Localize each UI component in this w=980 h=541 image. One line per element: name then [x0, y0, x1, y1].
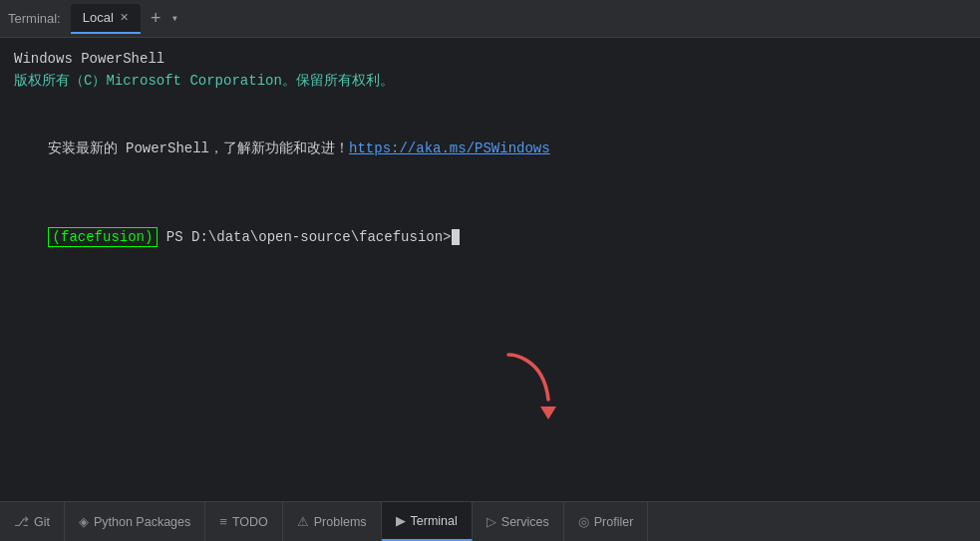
terminal-tab-label: Terminal: [411, 514, 458, 528]
bottom-tab-profiler[interactable]: ◎ Profiler: [564, 502, 649, 541]
python-packages-tab-label: Python Packages: [94, 515, 190, 529]
bottom-toolbar: ⎇ Git ◈ Python Packages ≡ TODO ⚠ Problem…: [0, 501, 980, 541]
todo-icon: ≡: [219, 514, 227, 529]
problems-tab-label: Problems: [314, 515, 367, 529]
terminal-line-5: [14, 181, 966, 203]
problems-icon: ⚠: [297, 514, 309, 529]
terminal-tab-bar: Terminal: Local ✕ + ▾: [0, 0, 980, 38]
bottom-tab-services[interactable]: ▷ Services: [473, 502, 564, 541]
bottom-tab-problems[interactable]: ⚠ Problems: [283, 502, 382, 541]
close-tab-icon[interactable]: ✕: [120, 11, 129, 24]
terminal-line-1: Windows PowerShell: [14, 48, 966, 70]
add-tab-button[interactable]: +: [147, 9, 165, 29]
terminal-env-badge: (facefusion): [48, 227, 159, 247]
services-tab-label: Services: [501, 515, 549, 529]
terminal-line-4: 安装最新的 PowerShell，了解新功能和改进！https://aka.ms…: [14, 115, 966, 181]
terminal-line-2: 版权所有（C）Microsoft Corporation。保留所有权利。: [14, 70, 966, 92]
arrow-annotation: [489, 345, 568, 431]
profiler-tab-label: Profiler: [594, 515, 634, 529]
terminal-prompt-line: (facefusion) PS D:\data\open-source\face…: [14, 204, 966, 271]
python-packages-icon: ◈: [79, 514, 89, 529]
local-tab[interactable]: Local ✕: [71, 4, 141, 34]
terminal-output: Windows PowerShell 版权所有（C）Microsoft Corp…: [0, 38, 980, 501]
tab-dropdown-icon[interactable]: ▾: [167, 11, 182, 26]
git-icon: ⎇: [14, 514, 29, 529]
terminal-line-3: [14, 93, 966, 115]
terminal-label: Terminal:: [8, 11, 61, 26]
todo-tab-label: TODO: [232, 515, 268, 529]
terminal-bottom-icon: ▶: [396, 513, 406, 528]
bottom-tab-git[interactable]: ⎇ Git: [0, 502, 65, 541]
terminal-cursor: [452, 229, 460, 245]
bottom-tab-python-packages[interactable]: ◈ Python Packages: [65, 502, 205, 541]
terminal-pswindows-link[interactable]: https://aka.ms/PSWindows: [349, 140, 550, 156]
svg-marker-0: [540, 406, 556, 419]
terminal-prompt-path: PS D:\data\open-source\facefusion>: [158, 229, 451, 245]
git-tab-label: Git: [34, 515, 50, 529]
bottom-tab-todo[interactable]: ≡ TODO: [205, 502, 282, 541]
profiler-icon: ◎: [578, 514, 589, 529]
bottom-tab-terminal[interactable]: ▶ Terminal: [382, 502, 473, 541]
services-icon: ▷: [487, 514, 496, 529]
terminal-install-text: 安装最新的 PowerShell，了解新功能和改进！: [48, 140, 349, 156]
local-tab-label: Local: [83, 10, 114, 25]
